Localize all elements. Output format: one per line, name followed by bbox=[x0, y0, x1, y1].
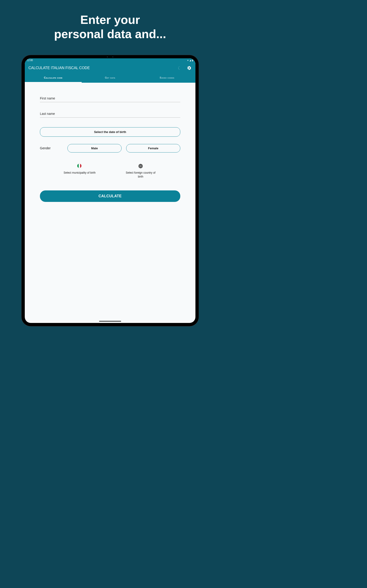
battery-icon: ▮ bbox=[192, 59, 193, 61]
tabs: Calculate code Get data Saved codes bbox=[25, 73, 195, 83]
date-of-birth-button[interactable]: Select the date of birth bbox=[40, 127, 180, 137]
promo-title: Enter your personal data and... bbox=[0, 0, 220, 41]
app-bar: CALCULATE ITALIAN FISCAL CODE bbox=[25, 62, 195, 73]
dark-mode-icon[interactable] bbox=[177, 65, 183, 70]
male-button[interactable]: Male bbox=[67, 144, 122, 153]
home-indicator[interactable] bbox=[99, 321, 121, 321]
male-label: Male bbox=[91, 147, 98, 150]
screen: 12:00 ▾ ◢ ▮ CALCULATE ITALIAN FISCAL COD… bbox=[25, 58, 195, 323]
status-icons: ▾ ◢ ▮ bbox=[187, 59, 193, 61]
municipality-label: Select municipality of birth bbox=[64, 171, 95, 175]
tab-calculate-code[interactable]: Calculate code bbox=[25, 73, 82, 83]
tab-label: Calculate code bbox=[44, 76, 63, 79]
foreign-country-option[interactable]: Select foreign country of birth bbox=[125, 164, 157, 179]
dob-label: Select the date of birth bbox=[94, 130, 126, 134]
gender-label: Gender bbox=[40, 146, 63, 150]
status-bar: 12:00 ▾ ◢ ▮ bbox=[25, 58, 195, 62]
promo-line1: Enter your bbox=[80, 13, 140, 26]
settings-icon[interactable] bbox=[187, 65, 192, 70]
promo-line2: personal data and... bbox=[54, 27, 166, 41]
tablet-frame: 12:00 ▾ ◢ ▮ CALCULATE ITALIAN FISCAL COD… bbox=[22, 55, 199, 326]
signal-icon: ◢ bbox=[190, 59, 191, 61]
foreign-label: Select foreign country of birth bbox=[125, 171, 157, 179]
first-name-input[interactable] bbox=[40, 94, 180, 102]
globe-icon bbox=[138, 164, 143, 169]
status-time: 12:00 bbox=[27, 59, 187, 61]
gender-row: Gender Male Female bbox=[40, 144, 180, 153]
wifi-icon: ▾ bbox=[187, 59, 189, 61]
female-button[interactable]: Female bbox=[126, 144, 180, 153]
origin-row: Select municipality of birth Select fore… bbox=[40, 164, 180, 179]
camera-cutout bbox=[101, 56, 119, 58]
form: Select the date of birth Gender Male Fem… bbox=[25, 83, 195, 202]
tab-label: Get data bbox=[105, 76, 115, 79]
italy-flag-icon bbox=[77, 164, 82, 169]
calculate-button[interactable]: CALCULATE bbox=[40, 190, 180, 202]
municipality-option[interactable]: Select municipality of birth bbox=[64, 164, 96, 179]
app-title: CALCULATE ITALIAN FISCAL CODE bbox=[28, 66, 173, 70]
last-name-input[interactable] bbox=[40, 110, 180, 118]
calculate-label: CALCULATE bbox=[98, 194, 122, 198]
tab-label: Saved codes bbox=[160, 76, 174, 79]
female-label: Female bbox=[148, 147, 158, 150]
tab-get-data[interactable]: Get data bbox=[82, 73, 139, 83]
tab-saved-codes[interactable]: Saved codes bbox=[139, 73, 195, 83]
